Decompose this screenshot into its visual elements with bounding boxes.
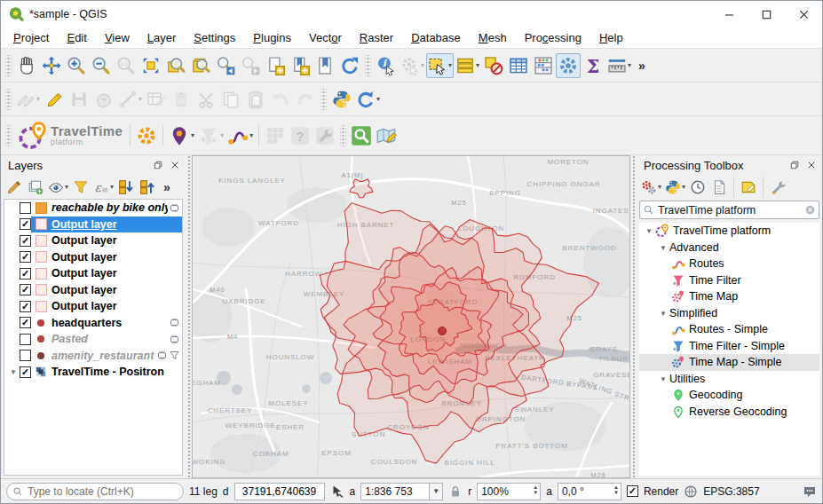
select-by-value-button[interactable]: ▾ bbox=[454, 53, 481, 78]
minimize-button[interactable] bbox=[710, 1, 748, 28]
quick-map-services-button[interactable] bbox=[374, 123, 399, 148]
menu-edit[interactable]: Edit bbox=[58, 28, 95, 47]
lock-scale-icon[interactable] bbox=[448, 484, 463, 499]
layer-item[interactable]: ✓Output layer bbox=[4, 232, 182, 249]
edit-features-in-place-button[interactable] bbox=[738, 177, 759, 198]
algorithm-item[interactable]: Routes - Simple bbox=[639, 321, 819, 338]
magnifier-field[interactable]: 100% ▲▼ bbox=[477, 483, 541, 500]
layer-visibility-checkbox[interactable] bbox=[20, 350, 31, 361]
toolbar-drag-handle[interactable] bbox=[5, 55, 12, 76]
add-group-button[interactable] bbox=[25, 177, 46, 198]
select-features-button[interactable]: ▾ bbox=[426, 53, 454, 78]
layer-visibility-checkbox[interactable] bbox=[20, 334, 31, 345]
open-layer-styling-button[interactable] bbox=[4, 177, 25, 198]
layer-visibility-checkbox[interactable]: ✓ bbox=[20, 235, 31, 247]
manage-map-themes-button[interactable]: ▾ bbox=[46, 177, 70, 198]
algorithm-item[interactable]: ▾Advanced bbox=[639, 240, 819, 256]
render-checkbox[interactable]: ✓ bbox=[627, 485, 638, 497]
toolbar-drag-handle[interactable] bbox=[365, 55, 371, 76]
toolbar-drag-handle[interactable] bbox=[320, 89, 327, 110]
reload-button[interactable]: ▾ bbox=[354, 87, 382, 112]
dropdown-caret-icon[interactable]: ▾ bbox=[110, 183, 114, 191]
layer-item[interactable]: ✓Output layer bbox=[4, 217, 182, 233]
locate-input[interactable] bbox=[23, 485, 178, 498]
toolbar-overflow-button[interactable]: » bbox=[633, 59, 651, 73]
menu-database[interactable]: Database bbox=[402, 28, 470, 47]
layer-item[interactable]: ▾✓TravelTime - Positron bbox=[4, 364, 182, 381]
traveltime-routes-button[interactable]: ▾ bbox=[226, 123, 255, 148]
crs-globe-icon[interactable] bbox=[684, 484, 698, 499]
layer-item[interactable]: ✓headquarters bbox=[4, 315, 182, 332]
algorithm-item[interactable]: Time Filter - Simple bbox=[639, 338, 819, 355]
messages-icon[interactable] bbox=[803, 484, 817, 499]
panel-close-icon[interactable] bbox=[804, 158, 819, 172]
layer-item[interactable]: ✓Output layer bbox=[4, 265, 182, 282]
layer-visibility-checkbox[interactable] bbox=[20, 202, 31, 214]
algorithm-item[interactable]: Geocoding bbox=[639, 387, 819, 404]
processing-options-button[interactable] bbox=[767, 177, 788, 198]
spinner-arrows[interactable]: ▲▼ bbox=[613, 484, 619, 495]
dropdown-caret-icon[interactable]: ▾ bbox=[628, 61, 631, 69]
pan-to-selection-button[interactable] bbox=[39, 53, 64, 78]
zoom-in-button[interactable] bbox=[64, 53, 89, 78]
dropdown-caret-icon[interactable]: ▾ bbox=[65, 183, 68, 191]
layer-visibility-checkbox[interactable]: ✓ bbox=[20, 251, 31, 263]
layer-item[interactable]: ✓Output layer bbox=[4, 298, 182, 315]
deselect-all-button[interactable] bbox=[481, 53, 506, 78]
algorithm-item[interactable]: Routes bbox=[639, 256, 819, 272]
open-attribute-table-button[interactable] bbox=[506, 53, 531, 78]
zoom-out-button[interactable] bbox=[89, 53, 114, 78]
expand-triangle-icon[interactable]: ▾ bbox=[657, 309, 669, 318]
collapse-all-button[interactable] bbox=[137, 177, 158, 198]
toolbar-drag-handle[interactable] bbox=[340, 125, 346, 146]
panel-close-icon[interactable] bbox=[168, 158, 182, 172]
new-spatial-bookmark-button[interactable] bbox=[263, 53, 288, 78]
layer-visibility-checkbox[interactable]: ✓ bbox=[20, 317, 31, 328]
coordinate-input[interactable] bbox=[237, 485, 321, 498]
models-button[interactable]: ▾ bbox=[639, 177, 663, 198]
menu-vector[interactable]: Vector bbox=[300, 28, 351, 47]
processing-search-input[interactable] bbox=[654, 204, 804, 217]
results-viewer-button[interactable] bbox=[708, 177, 730, 198]
zoom-full-button[interactable] bbox=[138, 53, 163, 78]
spinner-arrows[interactable]: ▲▼ bbox=[533, 484, 538, 495]
layer-visibility-checkbox[interactable]: ✓ bbox=[20, 284, 31, 295]
zoom-to-layer-button[interactable] bbox=[188, 53, 213, 78]
menu-mesh[interactable]: Mesh bbox=[470, 28, 516, 47]
layer-visibility-checkbox[interactable]: ✓ bbox=[20, 301, 31, 312]
menu-raster[interactable]: Raster bbox=[351, 28, 402, 47]
pan-map-button[interactable] bbox=[14, 53, 39, 78]
refresh-map-button[interactable] bbox=[337, 53, 362, 78]
geocoding-search-button[interactable] bbox=[349, 123, 374, 148]
menu-layer[interactable]: Layer bbox=[138, 28, 186, 47]
dropdown-caret-icon[interactable]: ▾ bbox=[658, 183, 661, 191]
filter-legend-button[interactable] bbox=[70, 177, 91, 198]
zoom-last-button[interactable] bbox=[213, 53, 238, 78]
menu-processing[interactable]: Processing bbox=[516, 28, 590, 47]
extents-toggle-icon[interactable] bbox=[330, 484, 344, 499]
toolbar-drag-handle[interactable] bbox=[5, 125, 12, 146]
show-spatial-bookmarks-button[interactable] bbox=[288, 53, 313, 78]
rotation-field[interactable]: 0,0 ° ▲▼ bbox=[558, 483, 621, 500]
toolbar-overflow-button[interactable]: » bbox=[158, 180, 176, 194]
scale-field[interactable]: 1:836 753 bbox=[360, 483, 430, 500]
dropdown-caret-icon[interactable]: ▾ bbox=[376, 95, 380, 103]
layer-item[interactable]: ✓Output layer bbox=[4, 282, 182, 299]
toggle-editing-button[interactable] bbox=[42, 87, 67, 112]
traveltime-time-map-button[interactable]: ▾ bbox=[167, 123, 196, 148]
layer-visibility-checkbox[interactable]: ✓ bbox=[20, 366, 31, 378]
layer-visibility-checkbox[interactable]: ✓ bbox=[20, 218, 31, 230]
measure-button[interactable]: ▾ bbox=[605, 53, 633, 78]
panel-float-icon[interactable] bbox=[151, 158, 165, 172]
layer-item[interactable]: Pasted bbox=[4, 331, 182, 348]
expand-triangle-icon[interactable]: ▾ bbox=[657, 243, 669, 252]
panel-splitter-right[interactable] bbox=[630, 155, 637, 478]
toolbar-drag-handle[interactable] bbox=[5, 89, 12, 110]
menu-settings[interactable]: Settings bbox=[185, 28, 244, 47]
close-button[interactable] bbox=[785, 1, 822, 28]
python-scripts-button[interactable]: ▾ bbox=[663, 177, 687, 198]
panel-float-icon[interactable] bbox=[787, 158, 802, 172]
dropdown-caret-icon[interactable]: ▾ bbox=[421, 61, 424, 69]
algorithm-item[interactable]: Time Filter bbox=[639, 272, 819, 289]
layer-visibility-checkbox[interactable]: ✓ bbox=[20, 268, 31, 280]
